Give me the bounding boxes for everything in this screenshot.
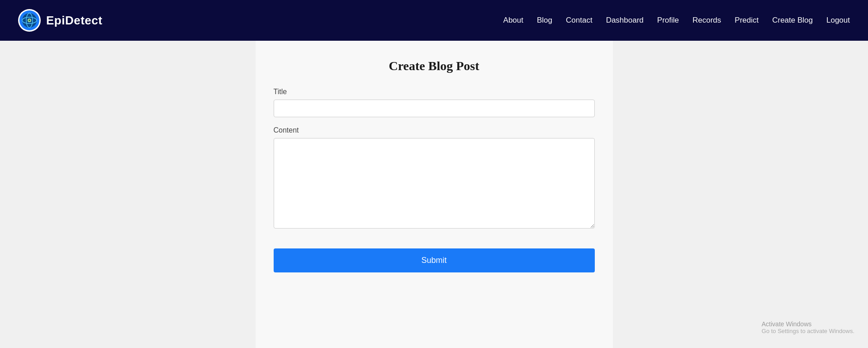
nav-records[interactable]: Records: [693, 16, 721, 25]
nav-about[interactable]: About: [503, 16, 523, 25]
title-group: Title: [274, 88, 595, 117]
nav-dashboard[interactable]: Dashboard: [606, 16, 644, 25]
form-container: Create Blog Post Title Content Submit: [256, 41, 613, 348]
form-title: Create Blog Post: [274, 59, 595, 73]
content-textarea[interactable]: [274, 138, 595, 229]
content-group: Content: [274, 126, 595, 230]
nav-contact[interactable]: Contact: [566, 16, 593, 25]
brand-logo-icon: [19, 10, 39, 30]
create-blog-form: Title Content Submit: [274, 88, 595, 272]
nav-predict[interactable]: Predict: [735, 16, 759, 25]
submit-button[interactable]: Submit: [274, 248, 595, 272]
title-input[interactable]: [274, 100, 595, 117]
nav-blog[interactable]: Blog: [537, 16, 552, 25]
nav-create-blog[interactable]: Create Blog: [772, 16, 813, 25]
nav-profile[interactable]: Profile: [657, 16, 679, 25]
main-content: Create Blog Post Title Content Submit: [0, 41, 868, 348]
nav-logout[interactable]: Logout: [826, 16, 850, 25]
content-label: Content: [274, 126, 595, 134]
brand-logo: [18, 9, 41, 32]
navbar: EpiDetect About Blog Contact Dashboard P…: [0, 0, 868, 41]
title-label: Title: [274, 88, 595, 96]
brand-link[interactable]: EpiDetect: [18, 9, 102, 32]
brand-name: EpiDetect: [46, 14, 102, 28]
navbar-links: About Blog Contact Dashboard Profile Rec…: [503, 16, 850, 25]
svg-point-5: [28, 19, 30, 21]
